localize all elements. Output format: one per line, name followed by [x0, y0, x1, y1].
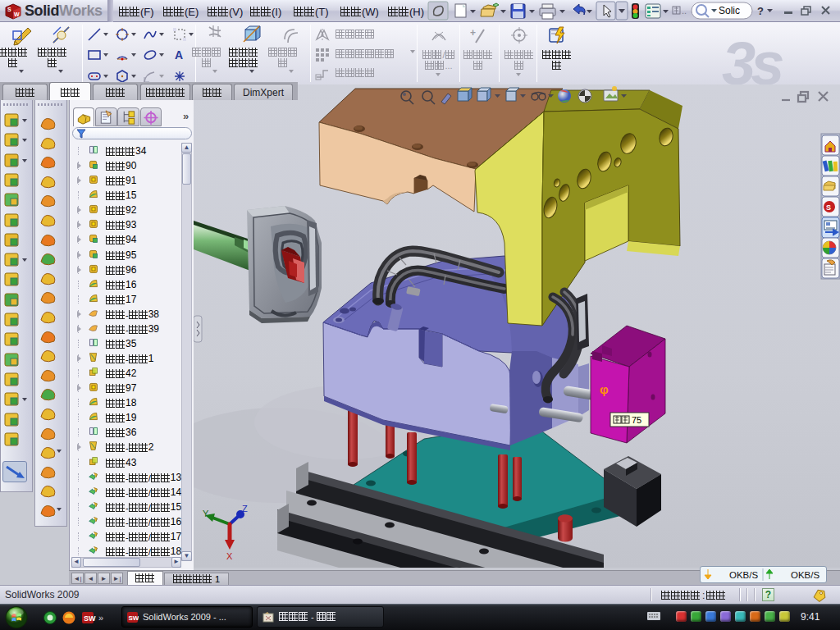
svg-text:A: A: [175, 48, 183, 62]
svg-text:..: ..: [682, 6, 687, 16]
svg-text:OKB/S: OKB/S: [791, 570, 819, 580]
svg-text:φ: φ: [600, 382, 609, 396]
svg-text:SW: SW: [84, 614, 96, 623]
svg-text:OKB/S: OKB/S: [729, 570, 758, 580]
svg-text:S: S: [7, 7, 11, 12]
svg-text:Z: Z: [242, 504, 248, 514]
svg-text:W: W: [14, 11, 20, 17]
svg-text:»: »: [98, 613, 103, 623]
svg-text:+: +: [470, 27, 476, 39]
svg-text:SW: SW: [129, 614, 139, 622]
svg-text:X: X: [226, 551, 233, 561]
svg-text:?: ?: [757, 5, 764, 17]
svg-text:S: S: [826, 203, 831, 212]
svg-text:Solic: Solic: [719, 5, 740, 16]
svg-text:75: 75: [632, 415, 641, 425]
svg-text:Y: Y: [203, 509, 209, 518]
